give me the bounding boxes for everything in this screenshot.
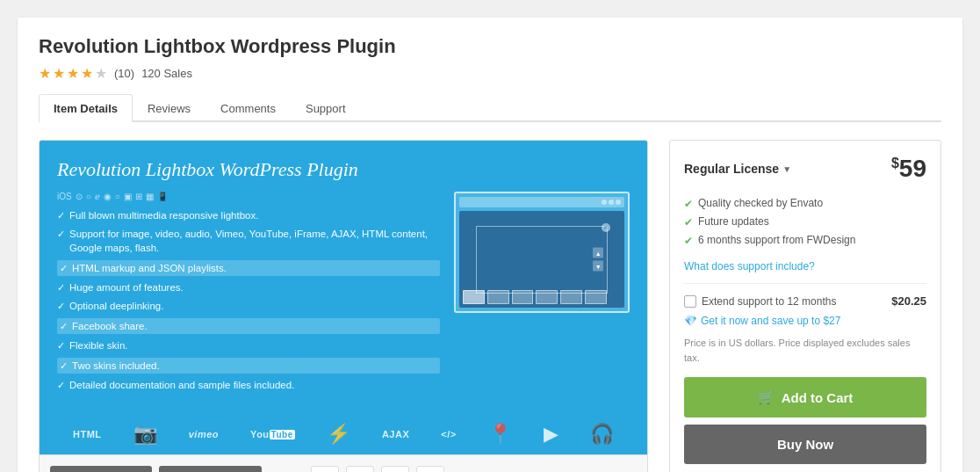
add-to-cart-label: Add to Cart — [782, 390, 854, 405]
icon-flash: ⚡ — [327, 423, 350, 446]
check-icon-4: ✓ — [57, 281, 65, 294]
check-icon-7: ✓ — [57, 339, 65, 352]
ios-icons: iOS ⊙○ℯ◉○ ▣⊞▦📱 — [57, 192, 440, 201]
action-buttons-bar: Live Preview ⊞ Screenshots 🖼 Share f g+ … — [40, 454, 647, 472]
preview-content: iOS ⊙○ℯ◉○ ▣⊞▦📱 ✓ Full blown multimedia r… — [57, 192, 630, 396]
icon-headphone: 🎧 — [590, 423, 614, 446]
icon-youtube: YouTube — [250, 429, 295, 439]
facebook-button[interactable]: f — [311, 466, 339, 472]
mockup-box: ✕ ▲ ▼ — [454, 192, 630, 396]
browser-dot-3 — [616, 200, 621, 205]
feature-4: ✓ Huge amount of features. — [57, 280, 440, 294]
buy-now-button[interactable]: Buy Now — [684, 425, 926, 464]
license-type: Regular License — [684, 162, 779, 176]
screenshots-button[interactable]: Screenshots 🖼 — [159, 466, 262, 472]
extend-label: Extend support to 12 months — [702, 295, 836, 308]
feature-3: ✓ HTML markup and JSON playlists. — [57, 260, 440, 276]
currency-symbol: $ — [891, 156, 899, 171]
right-panel: Regular License ▼ $59 ✔ Quality checked … — [669, 140, 941, 472]
icon-html: HTML — [73, 429, 102, 439]
feature-support-label: 6 months support from FWDesign — [698, 234, 855, 246]
add-to-cart-button[interactable]: 🛒 Add to Cart — [684, 377, 926, 418]
tab-comments[interactable]: Comments — [205, 94, 291, 122]
arrow-up: ▲ — [593, 248, 603, 258]
close-icon: ✕ — [602, 223, 610, 232]
star-1: ★ — [39, 65, 51, 82]
dropdown-arrow-icon: ▼ — [782, 164, 791, 174]
google-plus-button[interactable]: g+ — [346, 466, 374, 472]
thumb-2 — [487, 290, 509, 304]
check-icon-9: ✓ — [57, 379, 65, 392]
star-3: ★ — [67, 65, 79, 82]
icon-map: 📍 — [488, 423, 512, 446]
check-updates-icon: ✔ — [684, 216, 693, 229]
check-icon-8: ✓ — [60, 359, 68, 373]
license-features: ✔ Quality checked by Envato ✔ Future upd… — [684, 197, 926, 247]
pinterest-button[interactable]: 𝒫 — [416, 466, 444, 472]
feature-1: ✓ Full blown multimedia responsive light… — [57, 208, 440, 222]
sales-count: 120 Sales — [141, 67, 192, 80]
check-icon-1: ✓ — [57, 209, 65, 222]
tab-item-details[interactable]: Item Details — [39, 94, 133, 122]
thumb-1 — [463, 290, 485, 304]
check-support-icon: ✔ — [684, 235, 693, 247]
twitter-button[interactable]: 𝕏 — [381, 466, 409, 472]
star-2: ★ — [53, 65, 65, 82]
preview-image: Revolution Lightbox WordPress Plugin iOS… — [40, 141, 647, 414]
check-quality-icon: ✔ — [684, 198, 693, 210]
feature-5: ✓ Optional deeplinking. — [57, 299, 440, 313]
divider — [684, 283, 926, 284]
license-box: Regular License ▼ $59 ✔ Quality checked … — [669, 140, 941, 472]
thumb-3 — [512, 290, 534, 304]
feature-6: ✓ Facebook share. — [57, 318, 440, 334]
thumb-4 — [536, 290, 558, 304]
star-4: ★ — [81, 65, 93, 82]
mockup-arrows: ▲ ▼ — [593, 248, 603, 272]
arrow-down: ▼ — [593, 261, 603, 272]
check-icon-2: ✓ — [57, 228, 65, 241]
license-price: $59 — [891, 155, 926, 183]
save-label-text: Get it now and save up to $27 — [701, 315, 840, 327]
mockup-screen: ✕ ▲ ▼ — [459, 211, 624, 308]
feature-9: ✓ Detailed documentation and sample file… — [57, 378, 440, 392]
left-panel: Revolution Lightbox WordPress Plugin iOS… — [39, 140, 648, 472]
mockup-browser: ✕ ▲ ▼ — [454, 192, 630, 313]
feature-8: ✓ Two skins included. — [57, 358, 440, 374]
feature-updates-label: Future updates — [698, 215, 769, 228]
thumb-5 — [560, 290, 582, 304]
check-icon-6: ✓ — [60, 320, 68, 333]
mockup-browser-bar — [459, 197, 624, 207]
feature-quality-label: Quality checked by Envato — [698, 197, 823, 209]
price-note: Price is in US dollars. Price displayed … — [684, 336, 926, 365]
browser-dot-1 — [602, 200, 607, 205]
mockup-inner: ✕ ▲ ▼ — [476, 226, 608, 294]
price-value: 59 — [899, 155, 926, 182]
extend-left: Extend support to 12 months — [684, 295, 836, 308]
feature-support: ✔ 6 months support from FWDesign — [684, 234, 926, 247]
feature-2: ✓ Support for image, video, audio, Vimeo… — [57, 227, 440, 255]
check-icon-5: ✓ — [57, 300, 65, 313]
main-content: Revolution Lightbox WordPress Plugin iOS… — [39, 140, 941, 472]
star-5: ★ — [95, 65, 107, 82]
cart-icon: 🛒 — [758, 389, 775, 405]
product-title: Revolution Lightbox Wordpress Plugin — [39, 35, 941, 58]
preview-icons-bar: HTML 📷 vimeo YouTube ⚡ AJAX </> 📍 ▶ 🎧 — [40, 414, 647, 454]
page-container: Revolution Lightbox Wordpress Plugin ★ ★… — [18, 18, 962, 472]
rating-count: (10) — [114, 67, 134, 80]
save-label-row: 💎 Get it now and save up to $27 — [684, 315, 926, 327]
tabs-bar: Item Details Reviews Comments Support — [39, 94, 941, 122]
thumb-6 — [585, 290, 607, 304]
license-select[interactable]: Regular License ▼ — [684, 162, 791, 176]
tab-support[interactable]: Support — [291, 94, 361, 122]
icon-vimeo: vimeo — [189, 429, 219, 439]
live-preview-button[interactable]: Live Preview ⊞ — [50, 466, 152, 472]
check-icon-3: ✓ — [60, 262, 68, 275]
extend-checkbox[interactable] — [684, 295, 696, 308]
tab-reviews[interactable]: Reviews — [133, 94, 205, 122]
feature-quality: ✔ Quality checked by Envato — [684, 197, 926, 210]
extend-price: $20.25 — [891, 294, 926, 308]
extend-support-row: Extend support to 12 months $20.25 — [684, 294, 926, 308]
gem-icon: 💎 — [684, 315, 697, 327]
support-link[interactable]: What does support include? — [684, 260, 815, 272]
stars: ★ ★ ★ ★ ★ — [39, 65, 107, 82]
